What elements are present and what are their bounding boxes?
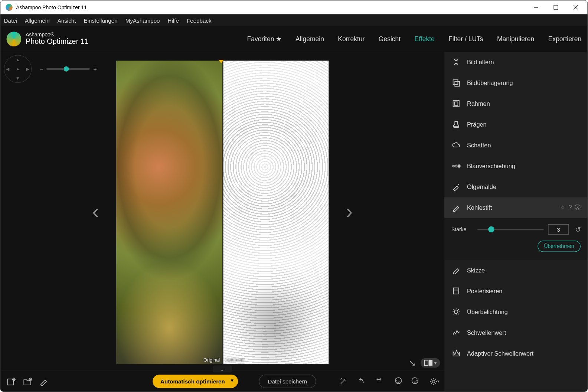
effect-posterisieren[interactable]: Posterisieren	[444, 281, 587, 301]
sun-icon	[451, 307, 461, 317]
effect-adaptiver-schwellenwert[interactable]: Adaptiver Schwellenwert	[444, 343, 587, 364]
menu-ansicht[interactable]: Ansicht	[58, 17, 76, 24]
window-title: Ashampoo Photo Optimizer 11	[16, 4, 526, 10]
zoom-in-button[interactable]: +	[93, 65, 97, 72]
tab-korrektur[interactable]: Korrektur	[338, 35, 365, 43]
pencil-icon	[451, 203, 461, 213]
effect-controls: Stärke ↺ Übernehmen	[444, 218, 587, 260]
zoom-control: − +	[39, 65, 97, 72]
effect-rahmen[interactable]: Rahmen	[444, 93, 587, 114]
effect-close-icon[interactable]: ⓧ	[575, 204, 581, 212]
reset-icon[interactable]: ↺	[575, 225, 581, 233]
brush-tool-button[interactable]	[38, 375, 50, 388]
tab-gesicht[interactable]: Gesicht	[379, 35, 401, 43]
menu-feedback[interactable]: Feedback	[187, 17, 212, 24]
next-image-button[interactable]: ›	[346, 199, 353, 223]
menu-myashampoo[interactable]: MyAshampoo	[125, 17, 160, 24]
top-nav: Favoriten ★ Allgemein Korrektur Gesicht …	[247, 35, 582, 43]
adaptive-threshold-icon	[451, 349, 461, 358]
maximize-button[interactable]	[546, 0, 566, 14]
effect-skizze[interactable]: Skizze	[444, 260, 587, 281]
app-icon	[6, 4, 13, 11]
stamp-icon	[451, 120, 461, 129]
pan-center-icon[interactable]: ●	[16, 66, 19, 71]
overlay-icon	[451, 78, 461, 88]
effect-bild-altern[interactable]: Bild altern	[444, 52, 587, 72]
svg-rect-19	[454, 102, 458, 105]
zoom-out-button[interactable]: −	[39, 65, 43, 72]
tab-allgemein[interactable]: Allgemein	[295, 35, 324, 43]
compare-divider[interactable]	[222, 61, 223, 365]
effect-schwellenwert[interactable]: Schwellenwert	[444, 322, 587, 343]
expand-thumbnails-button[interactable]: ⌄	[213, 366, 232, 373]
minimize-button[interactable]	[526, 0, 546, 14]
menu-allgemein[interactable]: Allgemein	[25, 17, 50, 24]
tab-manipulieren[interactable]: Manipulieren	[497, 35, 534, 43]
pan-nav-pad[interactable]: ▲ ▼ ◀ ▶ ●	[4, 55, 32, 83]
effect-blauverschiebung[interactable]: Blauverschiebung	[444, 156, 587, 176]
brand-line2: Photo Optimizer 11	[26, 38, 89, 46]
menu-datei[interactable]: Datei	[4, 17, 17, 24]
tab-filter-luts[interactable]: Filter / LUTs	[448, 35, 483, 43]
effect-bildueberlagerung[interactable]: Bildüberlagerung	[444, 72, 587, 93]
undo-all-button[interactable]	[373, 375, 386, 388]
bottom-bar: Automatisch optimieren Datei speichern 9…	[0, 371, 444, 392]
help-icon[interactable]: ?	[568, 204, 572, 212]
svg-rect-5	[429, 360, 432, 366]
label-original: Original	[203, 357, 220, 362]
auto-optimize-button[interactable]: Automatisch optimieren	[153, 375, 238, 388]
pan-right-icon[interactable]: ▶	[26, 66, 29, 71]
strength-slider[interactable]	[477, 229, 544, 230]
svg-point-15	[432, 380, 435, 383]
effect-schatten[interactable]: Schatten	[444, 135, 587, 156]
svg-rect-4	[424, 360, 428, 366]
svg-rect-1	[554, 5, 558, 10]
prev-image-button[interactable]: ‹	[92, 199, 99, 223]
svg-text:90°: 90°	[414, 381, 418, 383]
pan-left-icon[interactable]: ◀	[6, 66, 9, 71]
effects-sidebar: Bild altern Bildüberlagerung Rahmen Präg…	[444, 52, 587, 392]
compare-mode-dropdown-icon[interactable]: ▾	[434, 360, 437, 365]
canvas-area: ▲ ▼ ◀ ▶ ● − + ‹	[0, 52, 444, 392]
compare-mode-icon	[424, 360, 432, 366]
effect-kohlestift[interactable]: Kohlestift ☆ ? ⓧ	[444, 197, 587, 218]
add-image-button[interactable]	[5, 375, 17, 388]
menu-einstellungen[interactable]: Einstellungen	[84, 17, 118, 24]
pan-down-icon[interactable]: ▼	[16, 76, 20, 81]
close-button[interactable]	[566, 0, 586, 14]
effect-praegen[interactable]: Prägen	[444, 114, 587, 135]
magic-wand-button[interactable]	[337, 375, 349, 388]
image-compare-view[interactable]: Original Optimiert	[116, 61, 329, 365]
rotate-right-button[interactable]: 90°	[410, 375, 422, 388]
brand-row: Ashampoo® Photo Optimizer 11 Favoriten ★…	[0, 26, 587, 52]
undo-button[interactable]	[355, 375, 368, 388]
add-folder-button[interactable]	[21, 375, 33, 388]
rotate-left-button[interactable]: 90°	[392, 375, 404, 388]
apply-button[interactable]: Übernehmen	[538, 241, 581, 252]
strength-input[interactable]	[548, 224, 569, 235]
svg-text:90°: 90°	[396, 381, 400, 383]
favorite-star-icon[interactable]: ☆	[560, 204, 566, 212]
pan-up-icon[interactable]: ▲	[16, 57, 20, 62]
collapse-icon[interactable]: ⤡	[409, 358, 416, 368]
save-file-button[interactable]: Datei speichern	[259, 375, 316, 388]
image-optimized	[222, 61, 329, 365]
tab-exportieren[interactable]: Exportieren	[548, 35, 582, 43]
label-optimized: Optimiert	[225, 357, 244, 362]
cloud-icon	[451, 140, 461, 150]
menu-hilfe[interactable]: Hilfe	[168, 17, 179, 24]
tab-effekte[interactable]: Effekte	[415, 35, 435, 43]
zoom-slider[interactable]	[46, 68, 90, 70]
svg-point-21	[453, 165, 454, 167]
tab-favoriten[interactable]: Favoriten ★	[247, 35, 282, 43]
settings-button[interactable]: ▾	[428, 375, 440, 388]
titlebar: Ashampoo Photo Optimizer 11	[0, 0, 587, 14]
compare-handle-icon[interactable]	[219, 60, 224, 63]
dots-icon	[451, 161, 461, 171]
effect-ueberbelichtung[interactable]: Überbelichtung	[444, 301, 587, 322]
effect-oelgemaelde[interactable]: Ölgemälde	[444, 176, 587, 197]
compare-mode-button[interactable]: ▾	[421, 358, 440, 368]
svg-rect-24	[454, 288, 459, 294]
svg-rect-18	[453, 101, 459, 107]
svg-rect-16	[453, 80, 458, 85]
